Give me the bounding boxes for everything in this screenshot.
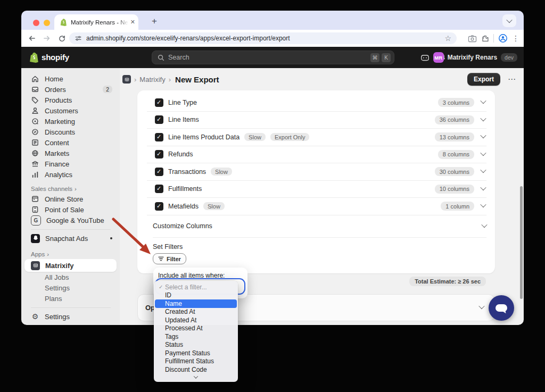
- section-row-fulfillments[interactable]: Fulfillments 10 columns: [147, 181, 486, 198]
- sidebar-item-orders[interactable]: Orders 2: [21, 84, 120, 95]
- matrixify-breadcrumb-icon[interactable]: [122, 75, 131, 84]
- sales-channels-header[interactable]: Sales channels ›: [21, 184, 120, 194]
- browser-window: Matrixify Renars - New Export ✕ + admin.…: [21, 11, 524, 325]
- menu-item-name-highlighted[interactable]: Name: [155, 299, 237, 308]
- section-row-line-type[interactable]: Line Type 3 columns: [147, 94, 486, 112]
- orders-icon: [31, 85, 39, 94]
- sidebar-item-finance[interactable]: Finance: [21, 159, 120, 169]
- columns-count-badge: 3 columns: [438, 98, 474, 107]
- extensions-puzzle-icon[interactable]: [481, 35, 489, 43]
- customize-columns-row[interactable]: Customize Columns: [153, 215, 486, 238]
- section-label: Refunds: [168, 151, 193, 158]
- sidebar-item-point-of-sale[interactable]: Point of Sale: [21, 204, 120, 215]
- sidebar-item-content[interactable]: Content: [21, 137, 120, 148]
- url-bar[interactable]: admin.shopify.com/store/excelify-renars/…: [69, 32, 457, 44]
- chevron-down-icon[interactable]: [480, 132, 486, 138]
- menu-item-id[interactable]: ID: [155, 291, 237, 300]
- menu-item-fulfillment-status[interactable]: Fulfillment Status: [155, 357, 237, 366]
- menu-item-status[interactable]: Status: [155, 341, 237, 349]
- browser-menu-icon[interactable]: ⋮: [512, 34, 519, 43]
- checkbox-checked-icon[interactable]: [155, 168, 163, 176]
- new-tab-button[interactable]: +: [148, 15, 161, 28]
- content-icon: [31, 138, 39, 147]
- chat-widget-button[interactable]: [489, 295, 514, 321]
- checkbox-checked-icon[interactable]: [155, 133, 163, 141]
- url-text[interactable]: admin.shopify.com/store/excelify-renars/…: [86, 35, 444, 42]
- tab-search-button[interactable]: [502, 14, 516, 27]
- browser-tab[interactable]: Matrixify Renars - New Export ✕: [54, 14, 138, 30]
- toolbar-separator: [493, 34, 494, 43]
- tab-close-icon[interactable]: ✕: [130, 19, 135, 26]
- user-menu[interactable]: MR Matrixify Renars dev: [431, 51, 519, 64]
- sidebar-item-analytics[interactable]: Analytics: [21, 169, 120, 180]
- more-actions-button[interactable]: ⋯: [508, 74, 516, 84]
- menu-item-updated-at[interactable]: Updated At: [155, 316, 237, 324]
- sidebar-item-matrixify[interactable]: Matrixify: [24, 259, 117, 272]
- filter-popover-label: Include all items where:: [158, 272, 247, 279]
- sidebar-item-plans[interactable]: Plans: [21, 293, 120, 304]
- sidebar-item-all-jobs[interactable]: All Jobs: [21, 272, 120, 282]
- menu-item-payment-status[interactable]: Payment Status: [155, 349, 237, 357]
- columns-count-badge: 13 columns: [435, 132, 474, 141]
- checkbox-checked-icon[interactable]: [155, 185, 163, 193]
- chevron-right-icon: ›: [75, 186, 77, 192]
- filter-button[interactable]: Filter: [153, 253, 186, 264]
- back-button[interactable]: [24, 31, 39, 45]
- sidebar-item-customers[interactable]: Customers: [21, 105, 120, 116]
- chevron-down-icon[interactable]: [481, 221, 487, 227]
- sidekick-icon[interactable]: [419, 52, 430, 63]
- chevron-down-icon[interactable]: [480, 202, 486, 207]
- sidebar-item-app-settings[interactable]: Settings: [21, 282, 120, 293]
- section-row-metafields[interactable]: Metafields Slow 1 column: [147, 198, 486, 215]
- menu-item-created-at[interactable]: Created At: [155, 308, 237, 316]
- menu-item-discount-code[interactable]: Discount Code: [155, 365, 237, 374]
- export-button[interactable]: Export: [467, 73, 500, 86]
- admin-search-input[interactable]: Search ⌘ K: [152, 51, 394, 64]
- section-row-line-items-product-data[interactable]: Line Items Product Data Slow Export Only…: [147, 129, 486, 146]
- online-store-icon: [31, 195, 39, 203]
- traffic-light-close[interactable]: [33, 20, 39, 26]
- breadcrumb-app-link[interactable]: Matrixify: [139, 76, 165, 84]
- sidebar-item-discounts[interactable]: Discounts: [21, 127, 120, 137]
- orders-count-badge: 2: [103, 86, 112, 93]
- checkbox-checked-icon[interactable]: [155, 115, 163, 124]
- traffic-light-minimize[interactable]: [44, 20, 50, 26]
- apps-header[interactable]: Apps ›: [21, 249, 120, 259]
- chevron-down-icon[interactable]: [480, 150, 486, 156]
- menu-item-tags[interactable]: Tags: [155, 332, 237, 341]
- chevron-down-icon[interactable]: [480, 98, 486, 104]
- chevron-down-icon[interactable]: [480, 167, 486, 173]
- section-row-line-items[interactable]: Line Items 36 columns: [147, 112, 486, 129]
- checkbox-checked-icon[interactable]: [155, 98, 163, 107]
- site-settings-icon[interactable]: [75, 35, 82, 42]
- screenshot-camera-icon[interactable]: [468, 35, 477, 43]
- bookmark-star-icon[interactable]: ☆: [444, 34, 451, 43]
- set-filters-label: Set Filters: [153, 243, 486, 251]
- sidebar-item-marketing[interactable]: Marketing: [21, 116, 120, 127]
- vertical-scrollbar[interactable]: [520, 186, 523, 299]
- reload-button[interactable]: [54, 31, 69, 45]
- checkbox-checked-icon[interactable]: [155, 150, 163, 159]
- chevron-down-icon[interactable]: [480, 185, 486, 190]
- sidebar-item-home[interactable]: Home: [21, 73, 120, 84]
- shopify-logo[interactable]: shopify: [29, 52, 69, 63]
- sidebar-item-google-youtube[interactable]: G Google & YouTube: [21, 215, 120, 226]
- sidebar-item-label: Online Store: [45, 195, 112, 203]
- sidebar-item-markets[interactable]: Markets: [21, 148, 120, 159]
- menu-item-placeholder[interactable]: ✓ Select a filter...: [155, 283, 237, 291]
- forward-button[interactable]: [39, 31, 54, 45]
- sidebar-item-products[interactable]: Products: [21, 95, 120, 105]
- section-row-refunds[interactable]: Refunds 8 columns: [147, 146, 486, 164]
- chevron-down-icon[interactable]: [480, 115, 486, 121]
- checkbox-checked-icon[interactable]: [155, 202, 163, 211]
- chevron-down-icon[interactable]: [478, 303, 484, 309]
- profile-avatar-icon[interactable]: [498, 34, 508, 43]
- menu-item-label: Name: [165, 300, 182, 307]
- menu-item-processed-at[interactable]: Processed At: [155, 324, 237, 333]
- sidebar-item-settings[interactable]: ⚙ Settings: [21, 311, 120, 322]
- section-row-transactions[interactable]: Transactions Slow 30 columns: [147, 163, 486, 181]
- sidebar-item-snapchat-ads[interactable]: Snapchat Ads: [21, 233, 120, 244]
- menu-scroll-down[interactable]: [154, 374, 238, 381]
- sidebar-item-online-store[interactable]: Online Store: [21, 194, 120, 204]
- shopify-topbar: shopify Search ⌘ K MR Matrixify Renars d…: [21, 47, 524, 68]
